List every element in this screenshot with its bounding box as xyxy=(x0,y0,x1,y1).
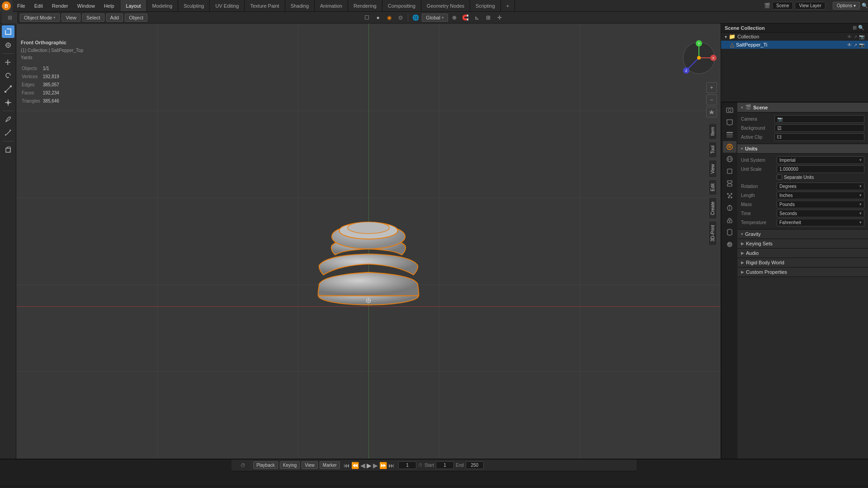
prop-physics-icon[interactable] xyxy=(723,202,736,214)
next-frame-btn[interactable]: ⏩ xyxy=(379,462,387,469)
n-tab-view[interactable]: View xyxy=(708,160,717,178)
object-menu[interactable]: Object xyxy=(125,14,147,22)
zoom-out-btn[interactable]: − xyxy=(706,94,717,105)
next-keyframe-btn[interactable]: ▶ xyxy=(373,462,378,469)
outliner-search-icon[interactable]: 🔍 xyxy=(858,25,864,31)
object-render[interactable]: 📷 xyxy=(859,42,864,47)
n-tab-edit[interactable]: Edit xyxy=(708,179,717,195)
tool-add-cube[interactable] xyxy=(2,143,14,156)
menu-render[interactable]: Render xyxy=(47,0,73,11)
rotation-dropdown[interactable]: Degrees ▾ xyxy=(777,183,864,190)
add-menu[interactable]: Add xyxy=(106,14,123,22)
viewport-3d[interactable]: Front Orthographic (1) Collection | Salt… xyxy=(16,23,721,459)
prop-viewlayer-icon[interactable] xyxy=(723,129,736,141)
camera-value-btn[interactable]: 📷 xyxy=(774,115,864,123)
tool-cursor[interactable] xyxy=(2,39,14,52)
view-menu[interactable]: View xyxy=(61,14,80,22)
viewport-shade-solid[interactable]: ● xyxy=(373,13,383,22)
n-tab-create[interactable]: Create xyxy=(708,197,717,219)
tab-uv-editing[interactable]: UV Editing xyxy=(210,0,245,11)
marker-menu[interactable]: Marker xyxy=(320,461,340,469)
outliner-filter-icon[interactable]: ⊞ xyxy=(853,25,857,31)
tool-select-box[interactable] xyxy=(2,25,14,38)
prop-data-icon[interactable] xyxy=(723,226,736,238)
prop-scene-icon[interactable] xyxy=(723,141,736,153)
fly-mode-btn[interactable] xyxy=(706,107,717,117)
prop-modifier-icon[interactable] xyxy=(723,178,736,189)
tool-transform[interactable] xyxy=(2,96,14,109)
prop-render-icon[interactable] xyxy=(723,104,736,116)
rigid-body-world-section-header[interactable]: ▶ Rigid Body World xyxy=(737,258,868,267)
tab-rendering[interactable]: Rendering xyxy=(348,0,382,11)
tab-layout[interactable]: Layout xyxy=(121,0,147,11)
tab-modeling[interactable]: Modeling xyxy=(147,0,179,11)
tab-shading[interactable]: Shading xyxy=(285,0,315,11)
n-tab-3dprint[interactable]: 3D-Print xyxy=(708,221,717,246)
n-tab-tool[interactable]: Tool xyxy=(708,141,717,158)
unit-scale-input[interactable] xyxy=(777,165,864,173)
tool-move[interactable] xyxy=(2,56,14,68)
length-dropdown[interactable]: Inches ▾ xyxy=(777,192,864,199)
keying-menu[interactable]: Keying xyxy=(280,461,300,469)
search-icon[interactable]: 🔍 xyxy=(862,3,868,9)
prev-keyframe-btn[interactable]: ◀ xyxy=(360,462,365,469)
viewport-shade-wireframe[interactable]: ☐ xyxy=(362,13,372,22)
prop-particles-icon[interactable] xyxy=(723,190,736,202)
tab-animation[interactable]: Animation xyxy=(315,0,348,11)
background-value-btn[interactable]: 🖼 xyxy=(774,124,864,132)
tab-compositing[interactable]: Compositing xyxy=(382,0,421,11)
transform-pivot[interactable]: ⊕ xyxy=(449,13,459,22)
playback-menu[interactable]: Playback xyxy=(253,461,278,469)
menu-file[interactable]: File xyxy=(13,0,30,11)
viewport-shade-material[interactable]: ◉ xyxy=(384,13,394,22)
units-section-header[interactable]: ▾ Units xyxy=(737,144,868,154)
show-gizmos[interactable]: ✛ xyxy=(495,13,505,22)
proportional-edit[interactable]: ⊾ xyxy=(472,13,482,22)
snapping-toggle[interactable]: 🧲 xyxy=(461,13,471,22)
menu-window[interactable]: Window xyxy=(73,0,99,11)
menu-help[interactable]: Help xyxy=(99,0,119,11)
viewport-shade-rendered[interactable]: ⊙ xyxy=(396,13,406,22)
zoom-in-btn[interactable]: + xyxy=(706,82,717,93)
keying-sets-section-header[interactable]: ▶ Keying Sets xyxy=(737,239,868,249)
gravity-section-header[interactable]: ▾ Gravity xyxy=(737,230,868,239)
current-frame-input[interactable] xyxy=(398,461,416,469)
tab-add[interactable]: + xyxy=(501,0,515,11)
play-btn[interactable]: ▶ xyxy=(367,462,372,469)
outliner-object-selected[interactable]: △ SaltPepper_Ti 👁 ↗ 📷 xyxy=(721,41,868,49)
audio-section-header[interactable]: ▶ Audio xyxy=(737,249,868,258)
mass-dropdown[interactable]: Pounds ▾ xyxy=(777,201,864,208)
object-select[interactable]: ↗ xyxy=(854,42,857,47)
temperature-dropdown[interactable]: Fahrenheit ▾ xyxy=(777,219,864,226)
prop-object-icon[interactable] xyxy=(723,165,736,177)
n-tab-item[interactable]: Item xyxy=(708,123,717,140)
unit-system-dropdown[interactable]: Imperial ▾ xyxy=(777,156,864,164)
jump-to-end-btn[interactable]: ⏭ xyxy=(388,462,395,469)
tab-texture-paint[interactable]: Texture Paint xyxy=(245,0,285,11)
jump-to-start-btn[interactable]: ⏮ xyxy=(344,462,350,469)
global-selector[interactable]: Global ▾ xyxy=(422,14,448,22)
tab-geometry-nodes[interactable]: Geometry Nodes xyxy=(421,0,470,11)
view-menu-tl[interactable]: View xyxy=(302,461,318,469)
frame-start-input[interactable] xyxy=(436,461,454,469)
select-menu[interactable]: Select xyxy=(82,14,104,22)
options-button[interactable]: Options ▾ xyxy=(833,2,860,9)
custom-properties-section-header[interactable]: ▶ Custom Properties xyxy=(737,267,868,277)
scene-section-header[interactable]: ▾ 🎬 Scene xyxy=(737,103,868,113)
menu-edit[interactable]: Edit xyxy=(30,0,47,11)
prop-constraints-icon[interactable] xyxy=(723,214,736,226)
prev-frame-btn[interactable]: ⏪ xyxy=(351,462,359,469)
frame-end-input[interactable] xyxy=(466,461,484,469)
tab-scripting[interactable]: Scripting xyxy=(470,0,501,11)
prop-output-icon[interactable] xyxy=(723,117,736,128)
scene-selector[interactable]: Scene xyxy=(772,2,793,9)
tool-annotate[interactable] xyxy=(2,113,14,126)
tool-scale[interactable] xyxy=(2,83,14,95)
separate-units-checkbox[interactable] xyxy=(777,174,782,180)
view-layer-selector[interactable]: View Layer xyxy=(795,2,825,9)
show-overlays[interactable]: ⊞ xyxy=(483,13,493,22)
prop-world-icon[interactable] xyxy=(723,153,736,165)
collection-visibility[interactable]: 👁 xyxy=(847,34,852,39)
tool-rotate[interactable] xyxy=(2,69,14,82)
time-dropdown[interactable]: Seconds ▾ xyxy=(777,210,864,217)
